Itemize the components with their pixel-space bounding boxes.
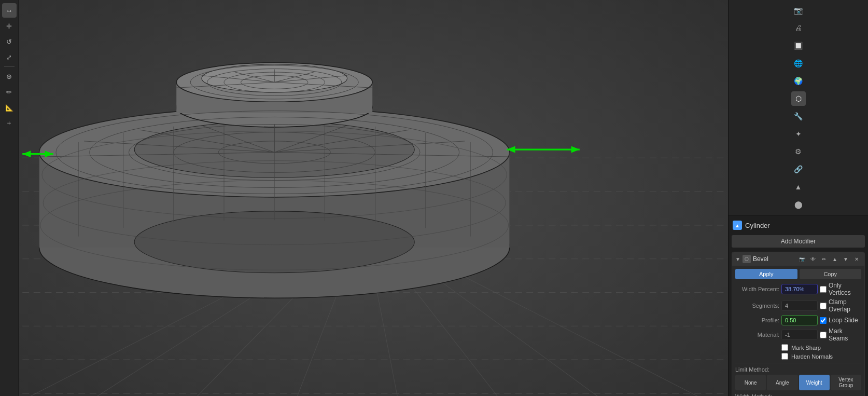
material-label: Material: xyxy=(735,332,779,338)
width-method-label: Width Method: xyxy=(735,393,861,396)
loop-slide-group: Loop Slide xyxy=(820,317,861,324)
modifier-collapse-chevron[interactable]: ▼ xyxy=(735,256,740,262)
svg-point-20 xyxy=(134,211,414,273)
modifier-close-button[interactable]: ✕ xyxy=(852,254,861,264)
viewport-area: ↔ ✛ ↺ ⤢ ⊕ ✏ 📐 ＋ xyxy=(0,0,728,396)
modifier-move-up[interactable]: ▲ xyxy=(830,254,839,264)
mark-sharp-label: Mark Sharp xyxy=(791,345,821,351)
rotate-tool[interactable]: ↺ xyxy=(2,34,17,49)
harden-normals-row: Harden Normals xyxy=(781,353,861,360)
render-properties-icon[interactable]: 📷 xyxy=(791,3,806,18)
material-row: Material: -1 Mark Seams xyxy=(735,327,861,342)
width-percent-row: Width Percent: 38.70% Only Vertices xyxy=(735,282,861,296)
scene-icon[interactable]: 🌐 xyxy=(791,56,806,71)
profile-row: Profile: 0.50 Loop Slide xyxy=(735,315,861,325)
limit-weight-btn[interactable]: Weight xyxy=(799,375,830,390)
limit-method-buttons: None Angle Weight Vertex Group xyxy=(735,375,861,390)
modifier-show-icon[interactable]: 👁 xyxy=(808,254,818,264)
clamp-overlap-group: Clamp Overlap xyxy=(820,298,861,313)
3d-viewport xyxy=(0,0,728,396)
copy-button[interactable]: Copy xyxy=(800,269,862,279)
object-data-icon[interactable]: ▲ xyxy=(791,180,806,194)
object-name: Cylinder xyxy=(745,222,770,229)
harden-normals-label: Harden Normals xyxy=(791,353,833,360)
only-vertices-check-group: Only Vertices xyxy=(820,282,861,296)
object-header: ▲ Cylinder xyxy=(732,219,865,232)
divider-1 xyxy=(735,363,861,363)
select-tool[interactable]: ↔ xyxy=(2,3,17,18)
mark-seams-checkbox[interactable] xyxy=(820,332,827,338)
material-value[interactable]: -1 xyxy=(781,330,818,340)
loop-slide-label: Loop Slide xyxy=(829,317,858,324)
profile-label: Profile: xyxy=(735,317,779,323)
harden-normals-checkbox[interactable] xyxy=(781,353,788,360)
segments-row: Segments: 4 Clamp Overlap xyxy=(735,298,861,313)
only-vertices-label: Only Vertices xyxy=(829,282,861,296)
segments-label: Segments: xyxy=(735,303,779,309)
modifier-move-down[interactable]: ▼ xyxy=(841,254,850,264)
profile-value[interactable]: 0.50 xyxy=(781,315,818,325)
particles-icon[interactable]: ✦ xyxy=(791,127,806,141)
clamp-overlap-label: Clamp Overlap xyxy=(829,298,861,313)
loop-slide-checkbox[interactable] xyxy=(820,317,827,324)
mark-sharp-row: Mark Sharp xyxy=(781,344,861,351)
modifier-editmode-icon[interactable]: ✏ xyxy=(819,254,829,264)
add-modifier-button[interactable]: Add Modifier xyxy=(732,235,865,248)
limit-vertex-group-btn[interactable]: Vertex Group xyxy=(831,375,861,390)
transform-tool[interactable]: ⊕ xyxy=(2,69,17,84)
measure-tool[interactable]: 📐 xyxy=(2,100,17,115)
view-layer-icon[interactable]: 🔲 xyxy=(791,38,806,53)
modifier-header-icons: 📷 👁 ✏ ▲ ▼ ✕ xyxy=(797,254,861,264)
limit-none-btn[interactable]: None xyxy=(735,375,766,390)
limit-method-label: Limit Method: xyxy=(735,366,861,373)
object-icon: ▲ xyxy=(733,221,742,230)
segments-value[interactable]: 4 xyxy=(781,301,818,311)
left-toolbar: ↔ ✛ ↺ ⤢ ⊕ ✏ 📐 ＋ xyxy=(0,0,19,396)
constraints-icon[interactable]: 🔗 xyxy=(791,162,806,176)
main-layout: ↔ ✛ ↺ ⤢ ⊕ ✏ 📐 ＋ 📷 🖨 🔲 🌐 🌍 ⬡ 🔧 ✦ ⚙ 🔗 ▲ xyxy=(0,0,868,396)
mark-seams-group: Mark Seams xyxy=(820,327,861,342)
world-icon[interactable]: 🌍 xyxy=(791,74,806,88)
mark-seams-label: Mark Seams xyxy=(829,327,861,342)
output-properties-icon[interactable]: 🖨 xyxy=(791,21,806,35)
material-icon[interactable]: ⬤ xyxy=(791,197,806,212)
physics-icon[interactable]: ⚙ xyxy=(791,144,806,159)
only-vertices-checkbox[interactable] xyxy=(820,286,827,293)
modifier-body: Apply Copy Width Percent: 38.70% Only Ve… xyxy=(732,266,864,396)
limit-angle-btn[interactable]: Angle xyxy=(767,375,797,390)
modifier-icon[interactable]: 🔧 xyxy=(791,109,806,124)
annotate-tool[interactable]: ✏ xyxy=(2,85,17,99)
width-percent-value[interactable]: 38.70% xyxy=(781,284,818,294)
clamp-overlap-checkbox[interactable] xyxy=(820,303,827,309)
right-panel: 📷 🖨 🔲 🌐 🌍 ⬡ 🔧 ✦ ⚙ 🔗 ▲ ⬤ ▲ Cylinder Add M… xyxy=(728,0,868,396)
modifier-header: ▼ ⬡ Bevel 📷 👁 ✏ ▲ ▼ xyxy=(732,252,864,266)
modifier-name: Bevel xyxy=(753,255,795,263)
scale-tool[interactable]: ⤢ xyxy=(2,50,17,64)
modifier-render-icon[interactable]: 📷 xyxy=(797,254,807,264)
add-tool[interactable]: ＋ xyxy=(2,116,17,130)
mark-sharp-checkbox[interactable] xyxy=(781,344,788,351)
width-percent-label: Width Percent: xyxy=(735,286,779,292)
move-tool[interactable]: ✛ xyxy=(2,19,17,33)
panel-icon-strip: 📷 🖨 🔲 🌐 🌍 ⬡ 🔧 ✦ ⚙ 🔗 ▲ ⬤ xyxy=(729,0,868,215)
bevel-modifier-card: ▼ ⬡ Bevel 📷 👁 ✏ ▲ ▼ xyxy=(732,252,865,396)
object-properties-icon[interactable]: ⬡ xyxy=(791,91,806,106)
apply-copy-row: Apply Copy xyxy=(735,269,861,279)
properties-content: ▲ Cylinder Add Modifier ▼ ⬡ Bevel 📷 👁 xyxy=(729,215,868,396)
modifier-icon-bevel: ⬡ xyxy=(743,255,751,263)
apply-button[interactable]: Apply xyxy=(735,269,797,279)
